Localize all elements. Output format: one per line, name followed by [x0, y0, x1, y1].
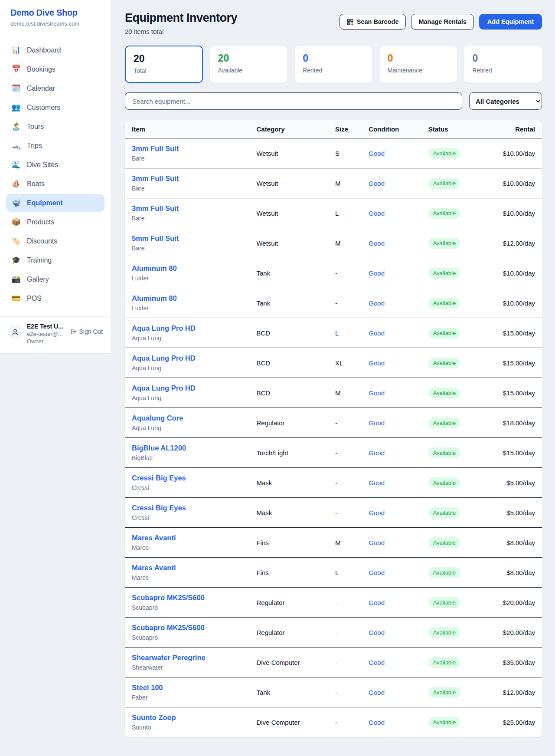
item-brand: Bare	[132, 185, 242, 192]
status-badge: Available	[428, 328, 461, 339]
column-header-size: Size	[328, 120, 362, 138]
sidebar-item-tours[interactable]: 🏝️Tours	[6, 118, 104, 135]
status-badge: Available	[428, 298, 461, 309]
equipment-table: ItemCategorySizeConditionStatusRental 3m…	[125, 120, 542, 737]
sidebar-item-calendar[interactable]: 🗓️Calendar	[6, 79, 104, 97]
stat-card-maintenance[interactable]: 0Maintenance	[379, 46, 457, 83]
condition-cell: Good	[362, 288, 421, 318]
condition-link[interactable]: Good	[369, 270, 385, 277]
add-equipment-button[interactable]: Add Equipment	[479, 14, 542, 30]
main-content: Equipment Inventory 20 items total Scan …	[111, 0, 555, 737]
status-cell: Available	[421, 138, 496, 168]
rental-cell: $18.00/day	[496, 408, 542, 438]
stat-card-rented[interactable]: 0Rented	[294, 46, 372, 83]
stat-value: 20	[218, 53, 280, 64]
brand-name[interactable]: Demo Dive Shop	[10, 8, 100, 18]
item-link[interactable]: Scubapro MK25/S600	[132, 594, 242, 602]
stat-card-retired[interactable]: 0Retired	[464, 46, 542, 83]
item-link[interactable]: Aqua Lung Pro HD	[132, 384, 242, 392]
rental-cell: $15.00/day	[496, 438, 542, 468]
stat-card-total[interactable]: 20Total	[125, 46, 203, 83]
table-row: Aqua Lung Pro HDAqua LungBCDXLGoodAvaila…	[125, 348, 542, 378]
status-cell: Available	[421, 438, 496, 468]
sidebar-item-trips[interactable]: 🛥️Trips	[6, 137, 104, 154]
item-link[interactable]: Aluminum 80	[132, 264, 242, 273]
item-link[interactable]: 5mm Full Suit	[132, 234, 242, 243]
condition-link[interactable]: Good	[369, 150, 385, 157]
condition-link[interactable]: Good	[369, 299, 385, 307]
condition-link[interactable]: Good	[369, 240, 385, 247]
item-link[interactable]: Aluminum 80	[132, 294, 242, 302]
sign-out-button[interactable]: Sign Out	[70, 328, 103, 335]
size-cell: L	[328, 558, 362, 588]
condition-link[interactable]: Good	[369, 449, 385, 457]
size-cell: -	[328, 468, 362, 498]
page-title-block: Equipment Inventory 20 items total	[125, 11, 237, 35]
condition-link[interactable]: Good	[369, 419, 385, 427]
item-link[interactable]: 3mm Full Suit	[132, 174, 242, 183]
stat-label: Available	[218, 67, 280, 74]
item-brand: Scubapro	[132, 634, 242, 641]
sidebar-item-equipment[interactable]: 🤿Equipment	[6, 194, 104, 212]
item-link[interactable]: Mares Avanti	[132, 534, 242, 542]
status-badge: Available	[428, 178, 461, 189]
sidebar-item-dive-sites[interactable]: 🌊Dive Sites	[6, 156, 104, 174]
bar-chart-icon: 📊	[11, 46, 21, 55]
size-cell: -	[328, 408, 362, 438]
item-link[interactable]: Aqua Lung Pro HD	[132, 354, 242, 362]
sidebar-item-gallery[interactable]: 📸Gallery	[6, 270, 104, 288]
sidebar-item-bookings[interactable]: 📅Bookings	[6, 60, 104, 78]
size-cell: -	[328, 258, 362, 288]
condition-cell: Good	[362, 558, 421, 588]
scan-barcode-button[interactable]: Scan Barcode	[340, 14, 406, 30]
sidebar-item-pos[interactable]: 💳POS	[6, 289, 104, 307]
condition-link[interactable]: Good	[369, 569, 385, 576]
condition-link[interactable]: Good	[369, 719, 385, 726]
condition-link[interactable]: Good	[369, 659, 385, 666]
condition-link[interactable]: Good	[369, 389, 385, 397]
rental-cell: $10.00/day	[496, 168, 542, 198]
sidebar-item-dashboard[interactable]: 📊Dashboard	[6, 41, 104, 59]
sailboat-icon: ⛵	[11, 179, 21, 188]
item-link[interactable]: BigBlue AL1200	[132, 444, 242, 452]
equipment-table-card: ItemCategorySizeConditionStatusRental 3m…	[125, 120, 542, 737]
condition-link[interactable]: Good	[369, 539, 385, 546]
sidebar-item-products[interactable]: 📦Products	[6, 213, 104, 231]
item-link[interactable]: 3mm Full Suit	[132, 145, 242, 153]
condition-link[interactable]: Good	[369, 359, 385, 367]
item-link[interactable]: Aqualung Core	[132, 414, 242, 422]
sidebar-item-boats[interactable]: ⛵Boats	[6, 175, 104, 193]
item-link[interactable]: Mares Avanti	[132, 564, 242, 572]
condition-cell: Good	[362, 408, 421, 438]
condition-link[interactable]: Good	[369, 599, 385, 606]
category-cell: Mask	[249, 468, 328, 498]
item-link[interactable]: Scubapro MK25/S600	[132, 624, 242, 632]
size-cell: L	[328, 198, 362, 228]
category-cell: Torch/Light	[249, 438, 328, 468]
condition-link[interactable]: Good	[369, 329, 385, 337]
item-link[interactable]: Aqua Lung Pro HD	[132, 324, 242, 332]
condition-link[interactable]: Good	[369, 509, 385, 516]
condition-link[interactable]: Good	[369, 210, 385, 217]
people-icon: 👥	[11, 103, 21, 112]
item-link[interactable]: Cressi Big Eyes	[132, 504, 242, 512]
search-input[interactable]	[125, 92, 462, 110]
sidebar-item-customers[interactable]: 👥Customers	[6, 99, 104, 116]
manage-rentals-button[interactable]: Manage Rentals	[411, 14, 473, 30]
condition-link[interactable]: Good	[369, 180, 385, 187]
item-link[interactable]: Shearwater Peregrine	[132, 654, 242, 662]
condition-link[interactable]: Good	[369, 689, 385, 696]
item-link[interactable]: Steel 100	[132, 684, 242, 692]
stat-card-available[interactable]: 20Available	[210, 46, 288, 83]
sidebar-item-discounts[interactable]: 🏷️Discounts	[6, 232, 104, 250]
item-link[interactable]: Cressi Big Eyes	[132, 474, 242, 482]
item-link[interactable]: 3mm Full Suit	[132, 204, 242, 213]
status-badge: Available	[428, 627, 461, 638]
sidebar-item-training[interactable]: 🎓Training	[6, 251, 104, 269]
condition-link[interactable]: Good	[369, 479, 385, 486]
status-cell: Available	[421, 618, 496, 648]
condition-link[interactable]: Good	[369, 629, 385, 636]
status-cell: Available	[421, 258, 496, 288]
item-link[interactable]: Suunto Zoop	[132, 713, 242, 722]
category-select[interactable]: All Categories	[469, 92, 542, 110]
